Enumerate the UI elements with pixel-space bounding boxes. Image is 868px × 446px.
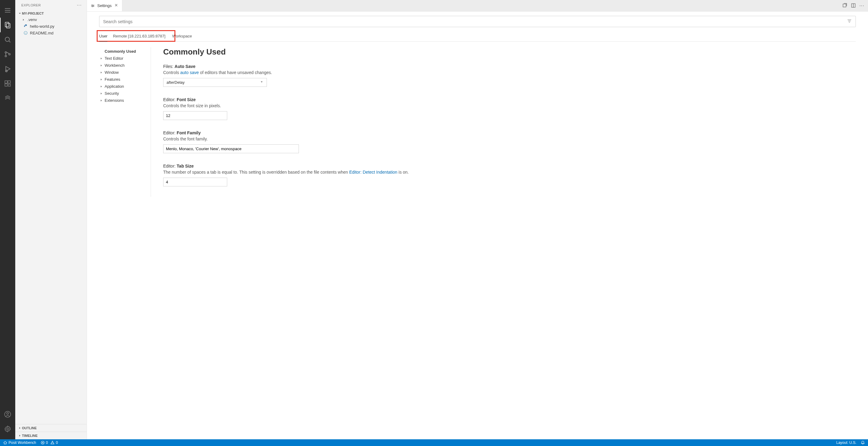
nav-workbench[interactable]: Workbench bbox=[99, 62, 148, 69]
autosave-select[interactable]: afterDelay bbox=[163, 78, 267, 87]
nav-extensions[interactable]: Extensions bbox=[99, 97, 148, 104]
settings-nav: Commonly Used Text Editor Workbench Wind… bbox=[99, 47, 151, 197]
autosave-link[interactable]: auto save bbox=[180, 70, 199, 75]
setting-tabsize: Editor: Tab Size The number of spaces a … bbox=[163, 164, 856, 186]
chevron-down-icon bbox=[260, 80, 264, 85]
nav-text-editor[interactable]: Text Editor bbox=[99, 55, 148, 62]
editor-area: Settings ··· bbox=[87, 0, 868, 439]
accounts-icon[interactable] bbox=[0, 407, 15, 422]
settings-search[interactable] bbox=[99, 16, 856, 27]
sidebar-title: EXPLORER bbox=[21, 3, 41, 7]
source-control-icon[interactable] bbox=[0, 47, 15, 62]
svg-point-28 bbox=[92, 6, 93, 7]
svg-point-7 bbox=[5, 52, 7, 53]
svg-point-27 bbox=[93, 5, 94, 6]
autosave-value: afterDelay bbox=[166, 80, 185, 85]
settings-main: Commonly Used Files: Auto Save Controls … bbox=[163, 47, 856, 197]
svg-marker-10 bbox=[6, 66, 10, 71]
status-layout[interactable]: Layout: U.S. bbox=[836, 441, 857, 445]
tab-bar: Settings ··· bbox=[87, 0, 868, 11]
settings-tab-icon bbox=[91, 4, 95, 8]
status-bar: Posit Workbench 0 0 Layout: U.S. bbox=[0, 439, 868, 446]
setting-fontfamily: Editor: Font Family Controls the font fa… bbox=[163, 130, 856, 153]
fontsize-input[interactable] bbox=[163, 111, 227, 120]
svg-point-8 bbox=[5, 56, 7, 57]
settings-gear-icon[interactable] bbox=[0, 422, 15, 436]
file-label: README.md bbox=[30, 31, 53, 35]
split-editor-icon[interactable] bbox=[851, 3, 856, 8]
setting-autosave: Files: Auto Save Controls auto save of e… bbox=[163, 64, 856, 87]
posit-icon[interactable] bbox=[0, 91, 15, 105]
folder-label: .venv bbox=[27, 18, 37, 22]
svg-rect-13 bbox=[8, 81, 10, 83]
sidebar-more-icon[interactable]: ··· bbox=[77, 2, 82, 8]
explorer-sidebar: EXPLORER ··· MY-PROJECT .venv hello-worl… bbox=[15, 0, 87, 439]
menu-icon[interactable] bbox=[0, 3, 15, 18]
nav-features[interactable]: Features bbox=[99, 76, 148, 83]
svg-point-26 bbox=[92, 5, 92, 5]
detect-indentation-link[interactable]: Editor: Detect Indentation bbox=[349, 170, 397, 175]
editor-more-icon[interactable]: ··· bbox=[860, 3, 864, 8]
nav-application[interactable]: Application bbox=[99, 83, 148, 90]
file-label: hello-world.py bbox=[30, 24, 54, 29]
timeline-section[interactable]: TIMELINE bbox=[15, 432, 87, 439]
scope-tab-user[interactable]: User bbox=[99, 31, 107, 41]
settings-search-input[interactable] bbox=[103, 19, 847, 24]
scope-tab-workspace[interactable]: Workspace bbox=[172, 31, 192, 41]
open-settings-json-icon[interactable] bbox=[842, 3, 847, 8]
nav-security[interactable]: Security bbox=[99, 90, 148, 97]
setting-fontsize: Editor: Font Size Controls the font size… bbox=[163, 97, 856, 120]
tab-label: Settings bbox=[97, 3, 112, 8]
svg-point-19 bbox=[25, 25, 25, 25]
status-problems[interactable]: 0 0 bbox=[40, 441, 58, 445]
svg-point-9 bbox=[9, 54, 10, 55]
svg-rect-15 bbox=[8, 84, 10, 86]
fontfamily-input[interactable] bbox=[163, 144, 299, 153]
svg-point-18 bbox=[7, 428, 8, 430]
nav-window[interactable]: Window bbox=[99, 69, 148, 76]
folder-venv[interactable]: .venv bbox=[15, 16, 87, 23]
svg-rect-3 bbox=[5, 22, 9, 27]
svg-rect-4 bbox=[6, 24, 10, 28]
svg-point-17 bbox=[7, 412, 8, 414]
scope-tab-remote[interactable]: Remote [18.221.63.185:8787] bbox=[113, 31, 165, 41]
tabsize-input[interactable] bbox=[163, 178, 227, 186]
tab-settings[interactable]: Settings bbox=[87, 0, 122, 11]
settings-scope-tabs: User Remote [18.221.63.185:8787] Workspa… bbox=[99, 31, 856, 42]
python-file-icon bbox=[23, 24, 28, 29]
project-name: MY-PROJECT bbox=[22, 11, 44, 15]
filter-icon[interactable] bbox=[847, 19, 852, 24]
activity-bar bbox=[0, 0, 15, 439]
svg-rect-14 bbox=[5, 84, 7, 86]
svg-point-5 bbox=[5, 37, 9, 41]
svg-rect-31 bbox=[843, 4, 846, 7]
run-debug-icon[interactable] bbox=[0, 62, 15, 76]
explorer-icon[interactable] bbox=[0, 18, 15, 32]
outline-section[interactable]: OUTLINE bbox=[15, 424, 87, 432]
outline-label: OUTLINE bbox=[22, 426, 37, 430]
status-bell-icon[interactable] bbox=[861, 441, 865, 445]
nav-commonly-used[interactable]: Commonly Used bbox=[99, 48, 148, 55]
svg-line-6 bbox=[9, 41, 10, 42]
close-tab-icon[interactable] bbox=[114, 3, 118, 8]
extensions-icon[interactable] bbox=[0, 76, 15, 91]
info-file-icon bbox=[23, 31, 28, 35]
file-readme[interactable]: README.md bbox=[15, 30, 87, 36]
timeline-label: TIMELINE bbox=[22, 434, 37, 438]
settings-heading: Commonly Used bbox=[163, 47, 856, 57]
file-hello-world[interactable]: hello-world.py bbox=[15, 23, 87, 30]
status-workbench[interactable]: Posit Workbench bbox=[3, 441, 36, 445]
project-folder[interactable]: MY-PROJECT bbox=[15, 10, 87, 16]
search-icon[interactable] bbox=[0, 32, 15, 47]
svg-rect-12 bbox=[5, 81, 7, 83]
